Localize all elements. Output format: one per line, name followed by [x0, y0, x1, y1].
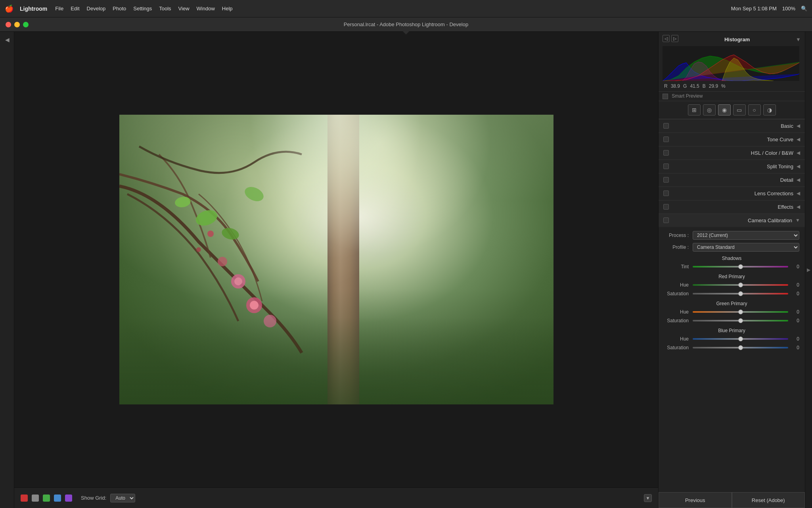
- menu-window[interactable]: Window: [197, 6, 215, 12]
- basic-panel-arrow: ◀: [797, 123, 800, 129]
- red-hue-slider-row: Hue 0: [664, 282, 799, 288]
- green-hue-label: Hue: [664, 309, 693, 315]
- green-hue-track: [693, 311, 788, 313]
- g-value: 41.5: [690, 83, 699, 89]
- menu-settings[interactable]: Settings: [133, 6, 152, 12]
- spot-removal-tool[interactable]: ◎: [703, 104, 716, 115]
- blue-hue-track-container[interactable]: [693, 336, 788, 342]
- tint-value: 0: [788, 264, 799, 269]
- svg-point-10: [207, 231, 214, 237]
- svg-point-5: [234, 277, 242, 285]
- menu-help[interactable]: Help: [222, 6, 233, 12]
- blue-sat-value: 0: [788, 345, 799, 350]
- blue-sat-thumb[interactable]: [738, 345, 743, 350]
- effects-panel-section: Effects ◀: [659, 200, 805, 214]
- profile-label: Profile :: [664, 244, 693, 250]
- smart-preview-row: Smart Preview: [659, 91, 805, 101]
- gradient-tool[interactable]: ▭: [733, 104, 746, 115]
- redeye-tool[interactable]: ◉: [718, 104, 731, 115]
- crop-tool[interactable]: ⊞: [688, 104, 701, 115]
- previous-button[interactable]: Previous: [659, 492, 732, 508]
- tint-track-container[interactable]: [693, 264, 788, 270]
- lens-corrections-panel-title: Lens Corrections: [672, 190, 797, 196]
- lens-corrections-panel-toggle[interactable]: [663, 190, 669, 196]
- split-toning-panel-header[interactable]: Split Toning ◀: [659, 160, 805, 173]
- photo-container: [14, 32, 658, 487]
- hist-clip-shadows[interactable]: ◁: [663, 35, 670, 42]
- search-icon[interactable]: 🔍: [801, 6, 807, 12]
- detail-panel-title: Detail: [672, 177, 797, 183]
- hsl-panel-header[interactable]: HSL / Color / B&W ◀: [659, 146, 805, 160]
- camera-calibration-panel-title: Camera Calibration: [672, 217, 795, 223]
- basic-panel-toggle[interactable]: [663, 123, 669, 129]
- red-primary-title: Red Primary: [664, 274, 799, 279]
- hsl-panel-toggle[interactable]: [663, 150, 669, 156]
- red-hue-thumb[interactable]: [738, 283, 743, 287]
- red-sat-track: [693, 293, 788, 294]
- color-dot-green[interactable]: [43, 495, 50, 502]
- adjustment-tool[interactable]: ◑: [763, 104, 776, 115]
- photo-frame: [119, 115, 553, 404]
- blue-sat-track-container[interactable]: [693, 344, 788, 351]
- process-select[interactable]: 2012 (Current): [693, 231, 799, 240]
- color-dot-blue[interactable]: [54, 495, 61, 502]
- menu-edit[interactable]: Edit: [71, 6, 79, 12]
- close-button[interactable]: [6, 22, 11, 27]
- profile-select[interactable]: Camera Standard: [693, 243, 799, 252]
- right-panel-toggle[interactable]: ▶: [807, 267, 810, 273]
- menu-tools[interactable]: Tools: [159, 6, 171, 12]
- menu-file[interactable]: File: [55, 6, 63, 12]
- tone-curve-panel-toggle[interactable]: [663, 137, 669, 142]
- red-sat-value: 0: [788, 291, 799, 296]
- hist-clip-highlights[interactable]: ▷: [671, 35, 678, 42]
- red-sat-track-container[interactable]: [693, 291, 788, 297]
- lens-corrections-panel-arrow: ◀: [797, 190, 800, 196]
- green-hue-track-container[interactable]: [693, 309, 788, 315]
- camera-calibration-panel-header[interactable]: Camera Calibration ▼: [659, 214, 805, 227]
- red-sat-thumb[interactable]: [738, 291, 743, 296]
- menu-view[interactable]: View: [178, 6, 190, 12]
- reset-button[interactable]: Reset (Adobe): [732, 492, 805, 508]
- color-dot-red[interactable]: [21, 495, 28, 502]
- red-hue-track-container[interactable]: [693, 282, 788, 288]
- tool-icons-row: ⊞ ◎ ◉ ▭ ○ ◑: [659, 101, 805, 119]
- shadows-title: Shadows: [664, 256, 799, 261]
- tone-curve-panel-header[interactable]: Tone Curve ◀: [659, 133, 805, 146]
- basic-panel-title: Basic: [672, 123, 797, 129]
- color-dot-gray[interactable]: [32, 495, 39, 502]
- effects-panel-toggle[interactable]: [663, 204, 669, 210]
- green-sat-thumb[interactable]: [738, 318, 743, 323]
- blue-hue-thumb[interactable]: [738, 337, 743, 341]
- lens-corrections-panel-header[interactable]: Lens Corrections ◀: [659, 187, 805, 200]
- histogram-menu-arrow[interactable]: ▼: [796, 37, 801, 42]
- radial-tool[interactable]: ○: [748, 104, 761, 115]
- grid-mode-select[interactable]: Auto: [110, 494, 135, 502]
- detail-panel-header[interactable]: Detail ◀: [659, 173, 805, 187]
- minimize-button[interactable]: [14, 22, 20, 27]
- color-dot-purple[interactable]: [65, 495, 72, 502]
- effects-panel-header[interactable]: Effects ◀: [659, 200, 805, 214]
- toolbar-dropdown[interactable]: ▼: [644, 494, 652, 502]
- detail-panel-toggle[interactable]: [663, 177, 669, 183]
- basic-panel-header[interactable]: Basic ◀: [659, 119, 805, 133]
- green-sat-track-container[interactable]: [693, 318, 788, 324]
- green-hue-value: 0: [788, 309, 799, 315]
- tint-thumb[interactable]: [738, 264, 743, 269]
- left-panel-toggle[interactable]: ◀: [2, 35, 12, 44]
- titlebar-arrow: [403, 31, 409, 35]
- red-sat-slider-row: Saturation 0: [664, 291, 799, 297]
- camera-calibration-panel-section: Camera Calibration ▼ Process : 2012 (Cur…: [659, 214, 805, 359]
- split-toning-panel-section: Split Toning ◀: [659, 160, 805, 173]
- menu-photo[interactable]: Photo: [113, 6, 126, 12]
- photo-image: [119, 115, 553, 404]
- menu-develop[interactable]: Develop: [87, 6, 106, 12]
- detail-panel-arrow: ◀: [797, 177, 800, 183]
- maximize-button[interactable]: [23, 22, 29, 27]
- camera-calibration-panel-toggle[interactable]: [663, 217, 669, 223]
- apple-icon[interactable]: 🍎: [5, 4, 13, 13]
- split-toning-panel-toggle[interactable]: [663, 164, 669, 169]
- green-hue-slider-row: Hue 0: [664, 309, 799, 315]
- green-hue-thumb[interactable]: [738, 310, 743, 314]
- smart-preview-checkbox[interactable]: [663, 94, 668, 99]
- b-label: B: [703, 83, 706, 89]
